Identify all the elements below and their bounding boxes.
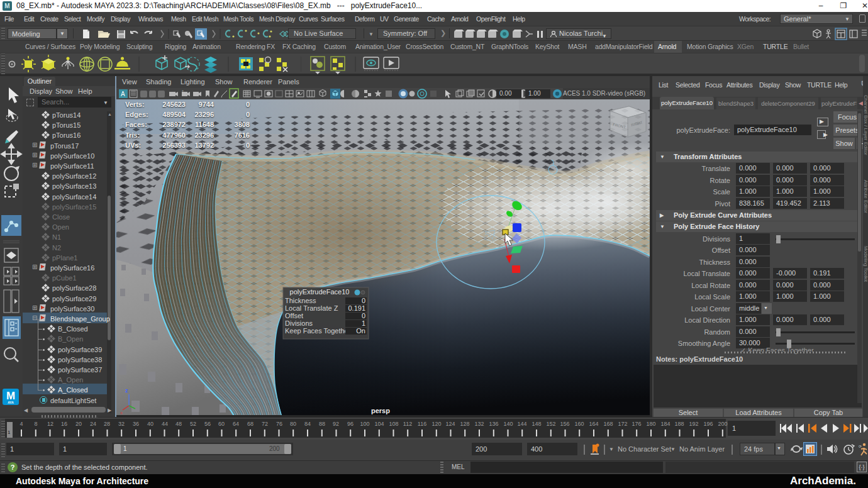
svg-text:Thickness: Thickness — [285, 297, 316, 304]
svg-text:⟳: ⟳ — [859, 445, 862, 448]
svg-text:+: + — [182, 89, 184, 92]
svg-text:A: A — [121, 91, 125, 97]
svg-text:x: x — [120, 410, 123, 416]
svg-text:polyExtrudeFace10: polyExtrudeFace10 — [290, 288, 350, 296]
svg-text:Local Translate Z: Local Translate Z — [285, 304, 338, 312]
svg-text:Divisions: Divisions — [285, 319, 313, 327]
svg-text:0: 0 — [362, 297, 365, 304]
svg-text:0: 0 — [362, 312, 365, 319]
svg-text:z: z — [125, 387, 128, 394]
svg-text:On: On — [356, 327, 365, 335]
svg-text:persp: persp — [371, 407, 390, 414]
svg-text:Keep Faces Together: Keep Faces Together — [285, 327, 351, 335]
svg-text:Offset: Offset — [285, 312, 303, 319]
svg-text:0.191: 0.191 — [348, 304, 365, 312]
svg-text:1: 1 — [362, 319, 365, 327]
